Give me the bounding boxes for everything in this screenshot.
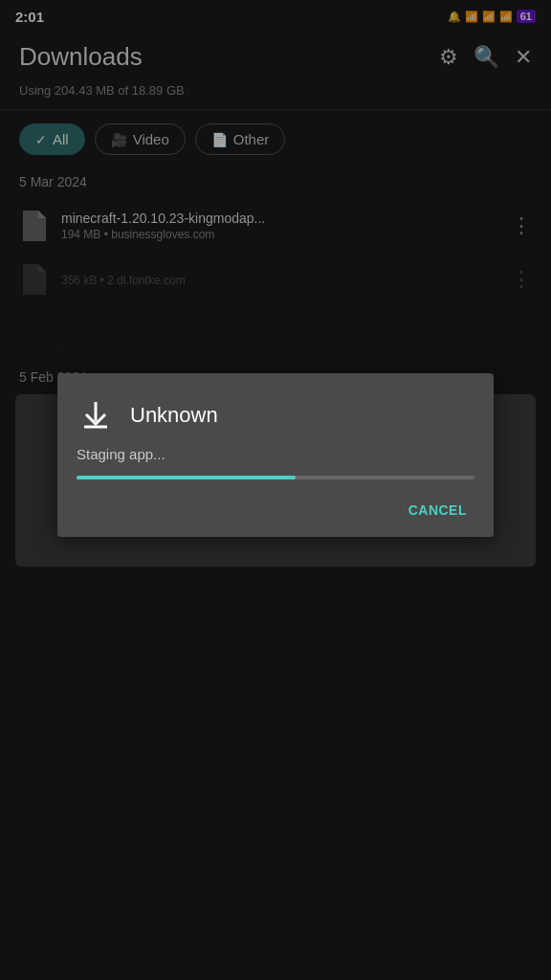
modal-header: Unknown [77,396,474,434]
download-icon [77,396,115,434]
progress-fill [77,476,296,479]
cancel-button[interactable]: CANCEL [401,499,474,522]
modal-actions: CANCEL [77,499,474,522]
progress-bar [77,476,474,479]
modal-title: Unknown [130,403,218,428]
install-dialog: Unknown Staging app... CANCEL [57,373,494,537]
modal-subtitle: Staging app... [77,446,474,462]
